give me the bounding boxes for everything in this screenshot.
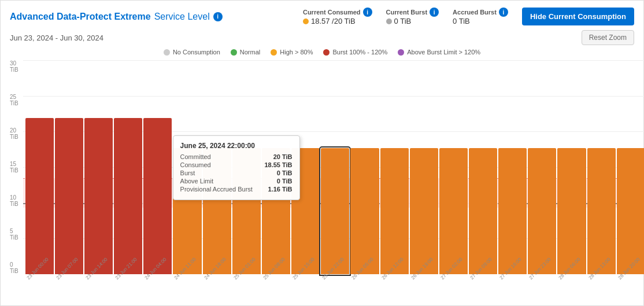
tooltip-provisional: Provisional Accrued Burst 1.16 TiB xyxy=(180,186,293,193)
burst-dot-legend xyxy=(323,49,330,56)
main-container: Advanced Data-Protect Extreme Service Le… xyxy=(0,0,644,306)
tooltip-consumed: Consumed 18.55 TiB xyxy=(180,161,293,168)
consumed-dot xyxy=(303,19,309,24)
legend-normal: Normal xyxy=(231,49,260,56)
current-consumed-label: Current Consumed i xyxy=(303,8,372,17)
bar[interactable] xyxy=(617,148,644,274)
legend-high: High > 80% xyxy=(271,49,313,56)
y-axis-label: 20 TiB xyxy=(10,127,18,140)
y-axis: 30 TiB25 TiB20 TiB15 TiB10 TiB5 TiB0 TiB xyxy=(10,60,23,298)
service-level-info-icon[interactable]: i xyxy=(213,12,223,21)
bar[interactable] xyxy=(380,148,409,274)
current-burst-value: 0 TiB xyxy=(386,17,412,25)
y-axis-label: 10 TiB xyxy=(10,194,18,207)
bars-section: June 25, 2024 22:00:00 Committed 20 TiB … xyxy=(23,60,644,274)
chart-area: 30 TiB25 TiB20 TiB15 TiB10 TiB5 TiB0 TiB… xyxy=(10,60,634,298)
tooltip-committed: Committed 20 TiB xyxy=(180,153,293,160)
bar[interactable] xyxy=(587,148,616,274)
tooltip-above-limit: Above Limit 0 TiB xyxy=(180,178,293,185)
current-consumed-value: 18.57 /20 TiB xyxy=(303,17,356,25)
date-range: Jun 23, 2024 - Jun 30, 2024 xyxy=(10,34,103,42)
metrics-section: Current Consumed i 18.57 /20 TiB Current… xyxy=(303,8,634,25)
tooltip-burst: Burst 0 TiB xyxy=(180,169,293,176)
bar[interactable] xyxy=(498,148,527,274)
y-axis-label: 15 TiB xyxy=(10,161,18,174)
y-axis-label: 0 TiB xyxy=(10,261,18,274)
bar[interactable] xyxy=(321,148,349,274)
bar[interactable] xyxy=(84,118,113,274)
accrued-burst-info-icon[interactable]: i xyxy=(499,8,508,17)
burst-dot xyxy=(386,19,392,24)
tooltip-title: June 25, 2024 22:00:00 xyxy=(180,142,293,150)
bar[interactable] xyxy=(557,148,586,274)
bar[interactable] xyxy=(55,118,83,274)
hide-consumption-button[interactable]: Hide Current Consumption xyxy=(522,8,634,25)
title-main: Advanced Data-Protect Extreme xyxy=(10,12,151,22)
current-burst-label: Current Burst i xyxy=(386,8,439,17)
accrued-burst-label: Accrued Burst i xyxy=(453,8,508,17)
above-burst-dot xyxy=(398,49,404,56)
current-consumed-metric: Current Consumed i 18.57 /20 TiB xyxy=(303,8,372,25)
x-axis: 23 Jun 00:0023 Jun 07:0023 Jun 14:0023 J… xyxy=(23,274,644,298)
bar[interactable] xyxy=(469,148,497,274)
accrued-burst-value: 0 TiB xyxy=(453,17,470,25)
current-burst-metric: Current Burst i 0 TiB xyxy=(386,8,439,25)
accrued-burst-metric: Accrued Burst i 0 TiB xyxy=(453,8,508,25)
y-axis-label: 30 TiB xyxy=(10,60,18,73)
bar[interactable] xyxy=(25,118,54,274)
legend-above-burst: Above Burst Limit > 120% xyxy=(398,49,480,56)
high-dot xyxy=(271,49,277,56)
bar[interactable] xyxy=(410,148,438,274)
chart-wrapper: 30 TiB25 TiB20 TiB15 TiB10 TiB5 TiB0 TiB… xyxy=(10,60,634,298)
legend-burst: Burst 100% - 120% xyxy=(323,49,387,56)
bar[interactable] xyxy=(528,148,556,274)
current-consumed-info-icon[interactable]: i xyxy=(363,8,372,17)
bars-container xyxy=(23,60,644,274)
title-sub: Service Level xyxy=(154,12,210,22)
chart-inner: June 25, 2024 22:00:00 Committed 20 TiB … xyxy=(23,60,644,298)
bar[interactable] xyxy=(439,148,468,274)
legend-row: No Consumption Normal High > 80% Burst 1… xyxy=(10,49,634,56)
no-consumption-dot xyxy=(164,49,170,56)
current-burst-info-icon[interactable]: i xyxy=(430,8,439,17)
legend-no-consumption: No Consumption xyxy=(164,49,220,56)
bar[interactable] xyxy=(114,118,142,274)
date-range-row: Jun 23, 2024 - Jun 30, 2024 Reset Zoom xyxy=(10,30,634,45)
reset-zoom-button[interactable]: Reset Zoom xyxy=(582,30,634,45)
bar[interactable] xyxy=(143,118,172,274)
title-section: Advanced Data-Protect Extreme Service Le… xyxy=(10,12,223,22)
y-axis-label: 5 TiB xyxy=(10,228,18,241)
y-axis-label: 25 TiB xyxy=(10,94,18,106)
tooltip: June 25, 2024 22:00:00 Committed 20 TiB … xyxy=(173,135,300,200)
normal-dot xyxy=(231,49,237,56)
bar[interactable] xyxy=(350,148,379,274)
header: Advanced Data-Protect Extreme Service Le… xyxy=(10,8,634,25)
